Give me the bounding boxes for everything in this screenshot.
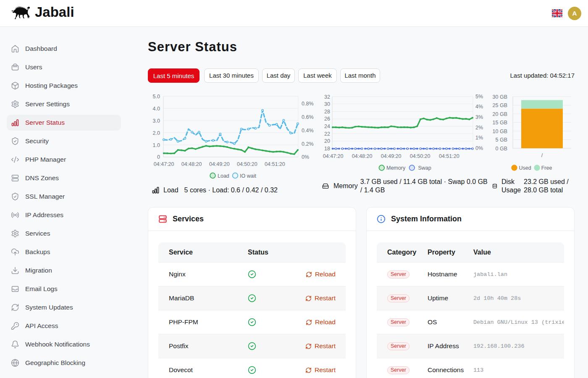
svg-text:0.8%: 0.8%	[302, 101, 314, 107]
svg-text:4%: 4%	[475, 104, 483, 110]
svg-text:2%: 2%	[475, 125, 483, 131]
svg-text:20 GB: 20 GB	[493, 111, 507, 117]
svg-text:3%: 3%	[475, 114, 483, 120]
svg-text:25 GB: 25 GB	[493, 102, 507, 108]
svg-text:3.0: 3.0	[153, 118, 160, 124]
svg-text:18: 18	[324, 146, 330, 152]
svg-text:20: 20	[324, 138, 330, 144]
svg-text:10 GB: 10 GB	[493, 129, 507, 134]
svg-text:Memory: Memory	[386, 165, 406, 171]
svg-text:1.0: 1.0	[153, 142, 160, 148]
svg-text:0%: 0%	[475, 145, 483, 151]
svg-text:04:51:20: 04:51:20	[439, 153, 459, 159]
svg-text:Used: Used	[519, 165, 531, 171]
svg-text:/: /	[541, 152, 543, 158]
svg-text:0%: 0%	[302, 154, 309, 160]
svg-text:32: 32	[324, 94, 330, 100]
svg-text:Free: Free	[541, 165, 552, 171]
svg-text:04:50:20: 04:50:20	[410, 153, 430, 159]
svg-text:Load: Load	[218, 173, 229, 179]
svg-text:15 GB: 15 GB	[493, 120, 507, 126]
svg-text:04:48:20: 04:48:20	[181, 161, 202, 167]
svg-text:1%: 1%	[475, 135, 483, 141]
svg-text:0.4%: 0.4%	[302, 128, 314, 134]
svg-text:30 GB: 30 GB	[493, 94, 507, 100]
svg-text:04:50:20: 04:50:20	[237, 161, 257, 167]
svg-text:5%: 5%	[475, 94, 483, 100]
svg-text:0: 0	[157, 154, 160, 160]
svg-text:4.0: 4.0	[153, 106, 160, 112]
svg-text:2.0: 2.0	[153, 130, 160, 136]
svg-text:30: 30	[324, 101, 330, 107]
svg-text:IO wait: IO wait	[240, 173, 256, 179]
svg-text:5 GB: 5 GB	[496, 137, 508, 143]
svg-text:04:51:20: 04:51:20	[265, 161, 285, 167]
svg-text:04:48:20: 04:48:20	[352, 153, 373, 159]
svg-text:04:47:20: 04:47:20	[323, 153, 344, 159]
svg-text:04:49:20: 04:49:20	[381, 153, 402, 159]
svg-text:26: 26	[324, 116, 330, 122]
svg-text:0.6%: 0.6%	[302, 114, 314, 120]
svg-text:04:49:20: 04:49:20	[209, 161, 230, 167]
svg-text:22: 22	[324, 131, 330, 137]
svg-text:24: 24	[324, 123, 330, 129]
svg-text:5.0: 5.0	[153, 94, 160, 100]
svg-text:0.2%: 0.2%	[302, 141, 314, 147]
svg-text:28: 28	[324, 109, 330, 115]
svg-text:0 GB: 0 GB	[496, 146, 508, 152]
svg-text:04:47:20: 04:47:20	[154, 161, 174, 167]
svg-text:Swap: Swap	[418, 165, 431, 171]
